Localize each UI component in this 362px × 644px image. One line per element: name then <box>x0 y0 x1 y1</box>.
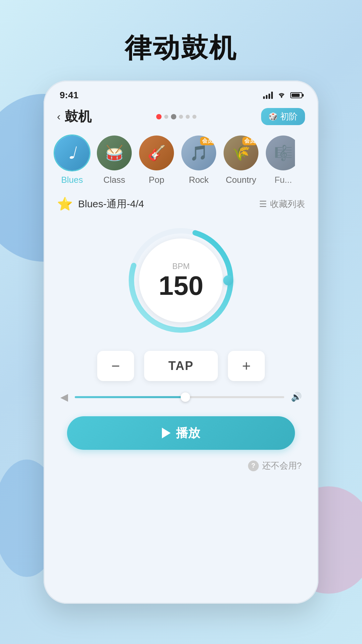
bpm-value: 150 <box>159 272 203 299</box>
volume-max-icon: 🔊 <box>291 392 302 402</box>
volume-thumb[interactable] <box>181 392 190 402</box>
signal-icon <box>263 92 273 99</box>
genre-label-blues: Blues <box>61 175 83 185</box>
star-icon: ⭐ <box>57 197 73 211</box>
track-info: ⭐ Blues-通用-4/4 ☰ 收藏列表 <box>44 190 318 217</box>
genre-label-country: Country <box>226 175 256 185</box>
back-button[interactable]: ‹ <box>57 110 61 123</box>
play-button-label: 播放 <box>176 425 200 441</box>
genre-avatar-class: 🥁 <box>96 135 133 171</box>
favorites-button[interactable]: ☰ 收藏列表 <box>259 198 305 210</box>
nav-bar: ‹ 鼓机 🎲 初阶 <box>44 104 318 131</box>
genre-avatar-pop: 🎸 <box>138 135 175 171</box>
track-name: Blues-通用-4/4 <box>78 197 144 211</box>
volume-slider[interactable] <box>75 396 284 398</box>
genre-tabs: ♩ Blues 🥁 Class 🎸 Pop <box>44 131 318 189</box>
battery-icon <box>290 92 302 98</box>
genre-label-fu: Fu... <box>275 175 292 185</box>
dial-handle[interactable] <box>223 275 233 285</box>
track-left: ⭐ Blues-通用-4/4 <box>57 197 144 211</box>
increase-bpm-button[interactable]: + <box>228 351 265 381</box>
rock-member-badge: 会员 <box>200 137 215 145</box>
cube-icon: 🎲 <box>268 112 278 121</box>
volume-row: ◀ 🔊 <box>44 388 318 410</box>
country-member-badge: 会员 <box>242 137 257 145</box>
volume-min-icon: ◀ <box>60 391 68 403</box>
genre-avatar-blues: ♩ <box>54 135 90 171</box>
volume-fill <box>75 396 190 398</box>
genre-avatar-rock: 🎵 会员 <box>180 135 217 171</box>
wifi-icon <box>277 91 286 100</box>
genre-label-class: Class <box>103 175 125 185</box>
bpm-dial[interactable]: BPM 150 <box>127 227 235 334</box>
nav-dots <box>164 114 196 119</box>
genre-avatar-country: 🌾 会员 <box>223 135 259 171</box>
favorites-label: 收藏列表 <box>270 198 305 210</box>
genre-tab-blues[interactable]: ♩ Blues <box>54 135 90 185</box>
page-title: 鼓机 <box>65 107 92 126</box>
genre-tab-fu[interactable]: 🎼 Fu... <box>265 135 302 185</box>
play-button[interactable]: 播放 <box>67 416 295 450</box>
favorites-icon: ☰ <box>259 199 267 209</box>
rec-dot <box>156 114 162 119</box>
play-triangle-icon <box>162 428 171 438</box>
controls-row: − TAP + <box>44 341 318 388</box>
status-icons <box>263 91 302 100</box>
decrease-bpm-button[interactable]: − <box>97 351 134 381</box>
nav-left: ‹ 鼓机 <box>57 107 92 126</box>
bpm-dial-container: BPM 150 <box>44 217 318 341</box>
tap-button[interactable]: TAP <box>144 351 218 381</box>
help-row: ? 还不会用? <box>44 457 318 475</box>
phone-frame: 9:41 ‹ 鼓机 <box>44 80 318 604</box>
bpm-label: BPM <box>172 262 190 271</box>
bpm-display: BPM 150 <box>139 238 223 322</box>
genre-tab-class[interactable]: 🥁 Class <box>96 135 133 185</box>
genre-tab-rock[interactable]: 🎵 会员 Rock <box>180 135 217 185</box>
app-title: 律动鼓机 <box>0 30 362 66</box>
genre-tab-country[interactable]: 🌾 会员 Country <box>223 135 259 185</box>
level-badge[interactable]: 🎲 初阶 <box>261 108 305 125</box>
genre-label-pop: Pop <box>149 175 164 185</box>
help-label: 还不会用? <box>262 460 302 472</box>
level-label: 初阶 <box>280 111 298 122</box>
genre-label-rock: Rock <box>189 175 208 185</box>
status-bar: 9:41 <box>44 80 318 104</box>
help-icon[interactable]: ? <box>248 461 259 471</box>
svg-point-0 <box>281 97 282 98</box>
nav-center <box>156 114 196 119</box>
status-time: 9:41 <box>60 90 78 101</box>
genre-tab-pop[interactable]: 🎸 Pop <box>138 135 175 185</box>
genre-avatar-fu: 🎼 <box>265 135 302 171</box>
